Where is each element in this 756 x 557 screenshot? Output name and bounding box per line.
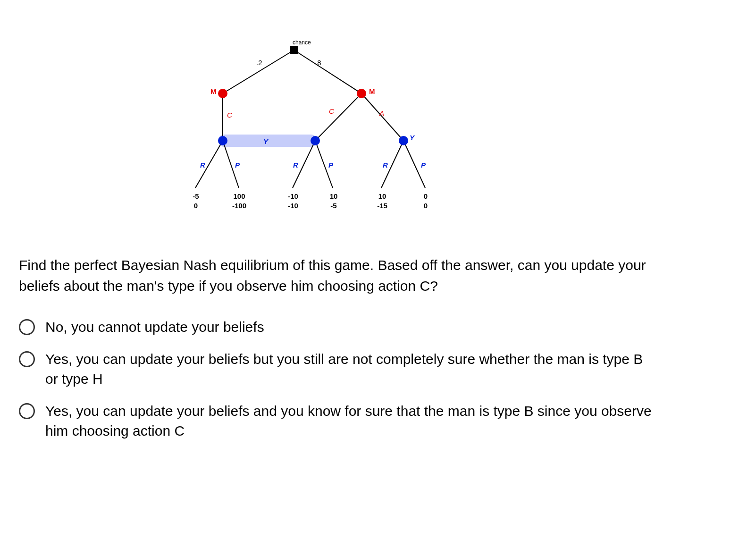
- answer-options: No, you cannot update your beliefs Yes, …: [19, 317, 656, 441]
- prob-right-label: .8: [315, 59, 321, 66]
- game-tree-diagram: chance .2 .8 M M C C A Y Y R P R P R P -…: [19, 14, 737, 217]
- option-3[interactable]: Yes, you can update your beliefs and you…: [19, 401, 656, 441]
- svg-line-4: [315, 93, 361, 141]
- radio-icon[interactable]: [19, 351, 35, 367]
- option-3-text: Yes, you can update your beliefs and you…: [45, 401, 656, 441]
- payoff-3: -10-10: [285, 192, 302, 210]
- tree-svg: [19, 14, 491, 217]
- svg-line-2: [294, 50, 361, 93]
- svg-point-14: [357, 89, 366, 98]
- y-infoset-label: Y: [263, 138, 268, 145]
- payoff-2: 100-100: [230, 192, 249, 210]
- option-2[interactable]: Yes, you can update your beliefs but you…: [19, 349, 656, 389]
- svg-line-5: [361, 93, 403, 141]
- svg-point-17: [399, 136, 408, 145]
- m-right-label: M: [369, 88, 375, 95]
- p-1: P: [235, 161, 240, 169]
- question-text: Find the perfect Bayesian Nash equilibri…: [19, 255, 656, 296]
- c-right-label: C: [329, 108, 334, 115]
- svg-line-6: [195, 141, 223, 188]
- payoff-5: 10-15: [374, 192, 391, 210]
- option-1-text: No, you cannot update your beliefs: [45, 317, 264, 337]
- radio-icon[interactable]: [19, 319, 35, 335]
- a-label: A: [379, 110, 384, 117]
- payoff-4: 10-5: [327, 192, 341, 210]
- p-2: P: [328, 161, 333, 169]
- chance-label: chance: [293, 40, 311, 45]
- payoff-6: 00: [420, 192, 431, 210]
- radio-icon[interactable]: [19, 403, 35, 419]
- c-left-label: C: [227, 111, 232, 118]
- svg-point-16: [311, 136, 320, 145]
- option-2-text: Yes, you can update your beliefs but you…: [45, 349, 656, 389]
- r-3: R: [383, 161, 388, 169]
- svg-point-15: [218, 136, 227, 145]
- svg-point-13: [218, 89, 227, 98]
- option-1[interactable]: No, you cannot update your beliefs: [19, 317, 656, 337]
- r-1: R: [200, 161, 205, 169]
- svg-line-1: [223, 50, 294, 93]
- prob-left-label: .2: [256, 59, 262, 66]
- m-left-label: M: [210, 88, 217, 95]
- svg-rect-12: [290, 46, 298, 54]
- r-2: R: [293, 161, 298, 169]
- p-3: P: [421, 161, 426, 169]
- y-right-label: Y: [410, 134, 414, 141]
- payoff-1: -50: [189, 192, 203, 210]
